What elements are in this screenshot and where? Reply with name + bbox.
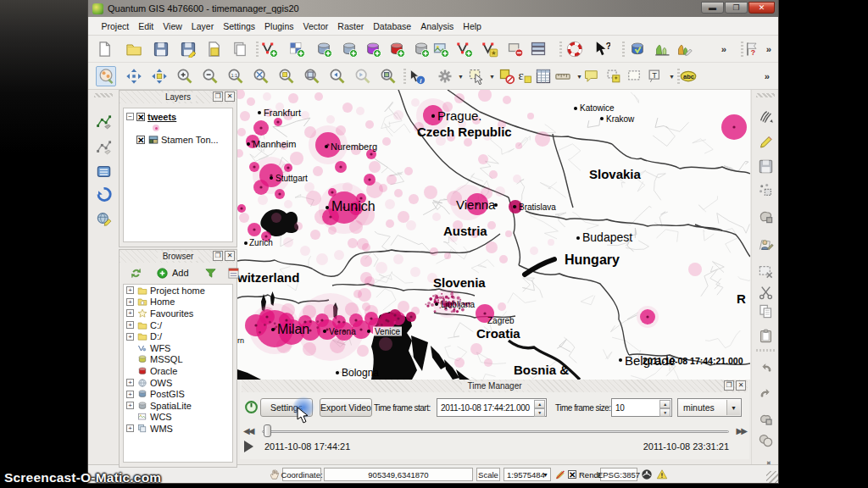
collapse-all-button[interactable] (227, 267, 240, 280)
tm-float-button[interactable]: ❐ (724, 380, 734, 391)
save-edits-tool-button[interactable] (755, 156, 776, 176)
add-wms-layer-button[interactable] (431, 39, 451, 59)
draw-tool-button[interactable] (755, 131, 776, 152)
show-bookmarks-button[interactable] (624, 66, 644, 86)
browser-item-label[interactable]: Project home (150, 286, 205, 296)
browser-item-label[interactable]: SpatiaLite (150, 401, 192, 411)
show-statistics-button[interactable]: ε (515, 66, 535, 86)
labeling-button[interactable]: abc (678, 66, 698, 86)
coordinate-input[interactable]: 905349,6341870 (324, 468, 473, 481)
browser-item-label[interactable]: MSSQL (150, 354, 183, 364)
time-frame-size-input[interactable]: 10 ▲▼ (611, 398, 672, 417)
refresh-browser-button[interactable] (130, 267, 142, 280)
frame-start-spinner[interactable]: ▲▼ (534, 400, 545, 415)
digitize-tools-button[interactable] (93, 111, 114, 131)
layers-close-button[interactable]: ✕ (225, 92, 235, 102)
browser-item-label[interactable]: D:/ (150, 331, 162, 341)
browser-item-label[interactable]: WFS (150, 343, 170, 353)
expand-icon[interactable]: + (126, 309, 134, 317)
minimize-button[interactable]: ▬ (701, 2, 724, 14)
zoom-native-button[interactable]: 1:1 (225, 66, 246, 86)
browser-item-d-[interactable]: +D:/ (124, 330, 232, 342)
browser-item-favourites[interactable]: +Favourites (124, 308, 232, 319)
map-canvas[interactable]: FrankfurtMannheimNurembergPrague.Czech R… (237, 90, 750, 380)
new-project-button[interactable] (94, 39, 114, 59)
browser-item-home[interactable]: +Home (124, 297, 232, 308)
resize-grip[interactable] (766, 471, 778, 483)
touch-pan-button[interactable] (96, 66, 116, 86)
browser-item-label[interactable]: Oracle (150, 366, 177, 376)
zoom-to-layer-button[interactable] (302, 66, 322, 86)
export-video-button[interactable]: Export Video (320, 398, 372, 417)
browser-item-ows[interactable]: +OWS (124, 377, 232, 389)
paste-features-tool-button[interactable] (755, 325, 776, 346)
browser-item-label[interactable]: Home (150, 297, 175, 307)
layer-checkbox[interactable]: ✕ (136, 136, 145, 144)
tracking-icon[interactable] (267, 468, 282, 481)
menu-vector[interactable]: Vector (298, 19, 333, 34)
layer-item-stamen[interactable]: ✕Stamen Ton... (124, 134, 232, 146)
redo-tool-button[interactable] (755, 383, 776, 403)
layer-item-tweets[interactable]: −✕tweets (124, 111, 232, 123)
filter-browser-button[interactable] (204, 267, 217, 280)
menu-help[interactable]: Help (459, 19, 487, 34)
step-back-button[interactable]: ◀◀ (243, 426, 253, 435)
menu-project[interactable]: Project (97, 19, 134, 34)
browser-item-wcs[interactable]: WCS (124, 412, 232, 424)
map-settings-button[interactable] (435, 66, 455, 86)
pan-to-selection-button[interactable] (149, 66, 170, 86)
pan-map-button[interactable] (124, 66, 144, 86)
copy-features-tool-button[interactable] (755, 301, 776, 321)
add-mssql-layer-button[interactable] (363, 39, 383, 59)
menu-database[interactable]: Database (369, 19, 416, 34)
browser-item-oracle[interactable]: Oracle (124, 365, 232, 377)
browser-close-button[interactable]: ✕ (225, 251, 235, 261)
browser-item-c-[interactable]: +C:/ (124, 319, 232, 331)
browser-item-label[interactable]: WCS (150, 412, 172, 422)
open-attribute-table-button[interactable] (533, 66, 554, 86)
expand-icon[interactable]: + (126, 391, 134, 398)
browser-item-spatialite[interactable]: +SpatiaLite (124, 400, 232, 412)
step-forward-button[interactable]: ▶▶ (737, 426, 746, 435)
crs-icon[interactable] (639, 468, 654, 481)
advanced-digitize-tools-button[interactable] (93, 136, 114, 157)
expand-icon[interactable]: + (126, 321, 134, 329)
layer-label[interactable]: tweets (147, 112, 176, 122)
browser-item-wfs[interactable]: WFS (124, 342, 232, 354)
save-project-as-button[interactable] (178, 39, 198, 59)
undo-tool-button[interactable] (755, 358, 776, 378)
text-annotation-button[interactable]: T (645, 66, 665, 86)
merge-features-tool-button[interactable] (755, 430, 776, 450)
browser-item-postgis[interactable]: +PostGIS (124, 388, 232, 400)
browser-item-project-home[interactable]: +Project home (124, 285, 232, 297)
menu-raster[interactable]: Raster (333, 19, 369, 34)
add-button-label[interactable]: Add (172, 268, 189, 278)
save-project-button[interactable] (151, 39, 171, 59)
add-selection-button[interactable] (156, 267, 169, 280)
cut-features-tool-button[interactable] (755, 281, 776, 302)
menu-analysis[interactable]: Analysis (416, 19, 459, 34)
menu-layer[interactable]: Layer (186, 19, 218, 34)
time-unit-combo[interactable]: minutes▼ (677, 398, 742, 417)
more-tools-button[interactable]: » (716, 39, 737, 59)
add-wfs-layer-button[interactable] (454, 39, 475, 59)
zoom-next-button[interactable] (353, 66, 373, 86)
layers-float-button[interactable]: ❐ (213, 92, 223, 102)
rotate-feature-tool-button[interactable] (755, 234, 776, 254)
browser-float-button[interactable]: ❐ (213, 251, 223, 261)
add-vector-layer-button[interactable] (259, 39, 280, 59)
expand-icon[interactable]: + (126, 402, 134, 409)
close-button[interactable]: ✕ (748, 2, 775, 14)
add-raster-layer-button[interactable] (287, 39, 307, 59)
layer-checkbox[interactable]: ✕ (136, 113, 145, 121)
layer-label[interactable]: Stamen Ton... (161, 135, 219, 145)
select-features-button[interactable] (466, 66, 487, 86)
time-frame-start-input[interactable]: 2011-10-08 17:44:21.000 ▲▼ (437, 398, 547, 417)
browser-item-label[interactable]: WMS (150, 424, 173, 434)
refresh-tool-button[interactable] (93, 184, 114, 204)
browser-item-label[interactable]: Favourites (150, 308, 193, 319)
collapse-icon[interactable]: − (126, 113, 134, 120)
log-messages-icon[interactable] (654, 468, 670, 481)
measure-line-button[interactable] (553, 66, 573, 86)
expand-icon[interactable]: + (126, 333, 134, 341)
